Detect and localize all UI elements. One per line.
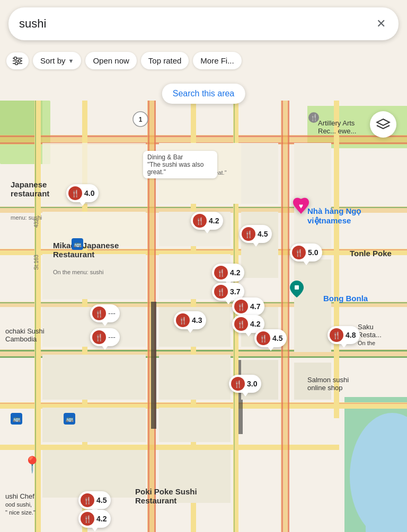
clear-icon[interactable]: ✕ (374, 15, 388, 33)
svg-rect-42 (42, 355, 146, 400)
marker-dash-2[interactable]: 🍴 --- (90, 328, 120, 346)
marker-rating: 4.0 (84, 189, 94, 197)
svg-rect-18 (0, 350, 407, 351)
marker-rating: --- (108, 309, 116, 318)
marker-4-8[interactable]: 🍴 4.8 (328, 326, 360, 344)
marker-icon: 🍴 (234, 300, 248, 313)
marker-icon: 🍴 (193, 214, 207, 228)
heart-pin[interactable]: ♥ (291, 196, 311, 219)
top-rated-chip[interactable]: Top rated (141, 52, 189, 69)
marker-icon: 🍴 (231, 377, 245, 391)
marker-rating: 5.0 (308, 248, 318, 257)
svg-rect-9 (0, 136, 407, 137)
marker-rating: 4.2 (230, 268, 240, 277)
marker-4-0[interactable]: 🍴 4.0 (66, 184, 99, 202)
svg-rect-14 (0, 249, 407, 250)
marker-5-0[interactable]: 🍴 5.0 (290, 244, 322, 262)
svg-text:♥: ♥ (299, 202, 303, 210)
marker-4-2-bottom[interactable]: 🍴 4.2 (78, 510, 111, 528)
svg-rect-58 (294, 363, 331, 400)
blue-location-pin[interactable] (290, 281, 304, 301)
svg-rect-44 (42, 450, 146, 498)
svg-rect-39 (42, 212, 146, 246)
search-area-text: Search this area (173, 89, 235, 98)
marker-icon: 🍴 (330, 328, 343, 342)
marker-rating: 3.0 (247, 380, 257, 388)
search-input[interactable] (19, 17, 374, 31)
svg-rect-33 (281, 101, 283, 532)
top-rated-label: Top rated (148, 56, 182, 65)
marker-icon: 🍴 (242, 227, 255, 241)
svg-rect-49 (159, 355, 231, 400)
marker-icon: 🍴 (292, 246, 306, 259)
svg-rect-12 (0, 207, 407, 208)
search-area-button[interactable]: Search this area (162, 84, 245, 104)
marker-rating: 4.2 (209, 217, 219, 225)
marker-icon: 🍴 (68, 186, 82, 200)
filter-adjust-chip[interactable] (6, 52, 29, 69)
teal-location-pin[interactable]: 📍 (22, 455, 42, 474)
svg-rect-64 (295, 285, 299, 290)
marker-rating: 4.5 (96, 496, 107, 504)
marker-icon: 🍴 (256, 331, 270, 345)
svg-rect-52 (241, 143, 278, 204)
adjust-icon (13, 57, 22, 65)
svg-rect-50 (159, 408, 231, 442)
svg-rect-21 (0, 403, 407, 404)
sort-by-label: Sort by (40, 56, 66, 65)
svg-point-71 (14, 57, 17, 59)
marker-rating: 4.8 (346, 331, 356, 339)
search-bar-container: ✕ (0, 0, 407, 46)
marker-4-5[interactable]: 🍴 4.5 (240, 225, 272, 243)
restaurant-icon-artillery: 🍴 (308, 112, 319, 125)
layers-icon (376, 117, 391, 132)
marker-icon: 🍴 (214, 285, 228, 299)
svg-rect-36 (151, 302, 156, 429)
bus-stop-2: 🚌 (11, 413, 22, 425)
svg-rect-35 (334, 101, 339, 418)
sort-by-chip[interactable]: Sort by ▼ (33, 52, 81, 69)
marker-rating: 4.7 (250, 302, 260, 311)
svg-marker-63 (377, 119, 390, 125)
map-container[interactable]: 1 St.163 432 Japaneserestaurant menu: su… (0, 0, 407, 532)
marker-4-5-lower[interactable]: 🍴 4.5 (254, 329, 287, 347)
marker-icon: 🍴 (234, 317, 248, 331)
svg-rect-7 (366, 434, 407, 532)
svg-rect-57 (294, 259, 331, 352)
filter-bar: Sort by ▼ Open now Top rated More Fi... (0, 48, 407, 74)
marker-dash-1[interactable]: 🍴 --- (90, 304, 120, 322)
marker-4-2-mid[interactable]: 🍴 4.2 (212, 264, 244, 282)
more-filters-chip[interactable]: More Fi... (193, 52, 241, 69)
svg-point-72 (19, 59, 21, 62)
svg-text:🍴: 🍴 (310, 113, 318, 121)
marker-rating: 3.7 (230, 287, 240, 296)
marker-4-7[interactable]: 🍴 4.7 (232, 297, 264, 315)
marker-rating: 4.5 (258, 230, 268, 238)
marker-3-0[interactable]: 🍴 3.0 (229, 375, 261, 393)
sort-by-arrow: ▼ (68, 58, 74, 64)
marker-rating: 4.2 (96, 515, 107, 523)
marker-icon: 🍴 (81, 493, 94, 507)
marker-icon: 🍴 (81, 512, 94, 526)
svg-text:1: 1 (139, 116, 143, 123)
marker-rating: --- (108, 333, 116, 341)
open-now-chip[interactable]: Open now (85, 52, 136, 69)
svg-rect-40 (42, 254, 146, 299)
search-bar: ✕ (8, 7, 399, 40)
marker-rating: 4.3 (192, 316, 202, 324)
marker-icon: 🍴 (92, 330, 106, 344)
layer-button[interactable] (370, 111, 396, 138)
svg-text:St.163: St.163 (33, 255, 39, 270)
svg-text:432: 432 (33, 219, 39, 228)
marker-icon: 🍴 (176, 313, 190, 327)
marker-4-5-bottom[interactable]: 🍴 4.5 (78, 491, 111, 509)
marker-icon: 🍴 (92, 306, 106, 320)
svg-rect-34 (288, 101, 289, 532)
bus-stop-3: 🚌 (64, 413, 75, 425)
svg-rect-43 (42, 408, 146, 442)
marker-4-2-top[interactable]: 🍴 4.2 (191, 212, 223, 230)
more-filters-label: More Fi... (200, 56, 234, 65)
dining-info-popup: Dining & Bar"The sushi was also great." (143, 151, 217, 178)
marker-4-3[interactable]: 🍴 4.3 (174, 311, 206, 329)
marker-rating: 4.2 (250, 320, 260, 328)
